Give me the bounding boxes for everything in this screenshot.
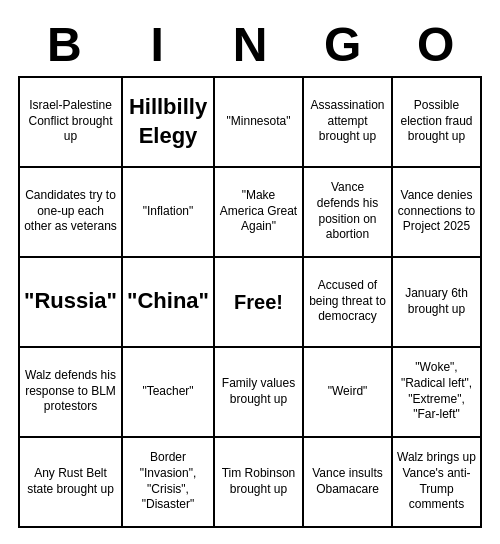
bingo-cell-text-1: Hillbilly Elegy — [127, 93, 209, 150]
bingo-cell-24: Walz brings up Vance's anti-Trump commen… — [393, 438, 482, 528]
bingo-cell-7: "Make America Great Again" — [215, 168, 304, 258]
bingo-cell-text-20: Any Rust Belt state brought up — [24, 466, 117, 497]
bingo-cell-20: Any Rust Belt state brought up — [20, 438, 123, 528]
bingo-cell-14: January 6th brought up — [393, 258, 482, 348]
bingo-cell-text-24: Walz brings up Vance's anti-Trump commen… — [397, 450, 476, 512]
bingo-cell-text-14: January 6th brought up — [397, 286, 476, 317]
bingo-cell-text-6: "Inflation" — [143, 204, 194, 220]
bingo-cell-18: "Weird" — [304, 348, 393, 438]
bingo-cell-text-15: Walz defends his response to BLM protest… — [24, 368, 117, 415]
bingo-cell-text-18: "Weird" — [328, 384, 368, 400]
bingo-grid: Israel-Palestine Conflict brought upHill… — [18, 76, 482, 528]
bingo-title: BINGO — [18, 17, 482, 72]
bingo-cell-text-22: Tim Robinson brought up — [219, 466, 298, 497]
bingo-cell-19: "Woke", "Radical left", "Extreme", "Far-… — [393, 348, 482, 438]
bingo-cell-text-9: Vance denies connections to Project 2025 — [397, 188, 476, 235]
bingo-cell-text-16: "Teacher" — [142, 384, 193, 400]
bingo-cell-text-8: Vance defends his position on abortion — [308, 180, 387, 242]
bingo-cell-text-11: "China" — [127, 287, 209, 316]
bingo-cell-6: "Inflation" — [123, 168, 215, 258]
bingo-cell-text-19: "Woke", "Radical left", "Extreme", "Far-… — [397, 360, 476, 422]
bingo-cell-5: Candidates try to one-up each other as v… — [20, 168, 123, 258]
bingo-cell-9: Vance denies connections to Project 2025 — [393, 168, 482, 258]
bingo-cell-text-10: "Russia" — [24, 287, 117, 316]
bingo-cell-text-7: "Make America Great Again" — [219, 188, 298, 235]
bingo-cell-3: Assassination attempt brought up — [304, 78, 393, 168]
bingo-cell-4: Possible election fraud brought up — [393, 78, 482, 168]
bingo-cell-17: Family values brought up — [215, 348, 304, 438]
bingo-cell-12: Free! — [215, 258, 304, 348]
bingo-letter-I: I — [113, 17, 201, 72]
bingo-cell-text-3: Assassination attempt brought up — [308, 98, 387, 145]
bingo-cell-0: Israel-Palestine Conflict brought up — [20, 78, 123, 168]
bingo-cell-text-17: Family values brought up — [219, 376, 298, 407]
bingo-cell-15: Walz defends his response to BLM protest… — [20, 348, 123, 438]
bingo-letter-O: O — [392, 17, 480, 72]
bingo-cell-22: Tim Robinson brought up — [215, 438, 304, 528]
bingo-cell-text-23: Vance insults Obamacare — [308, 466, 387, 497]
bingo-letter-G: G — [299, 17, 387, 72]
bingo-cell-text-21: Border "Invasion", "Crisis", "Disaster" — [127, 450, 209, 512]
bingo-cell-text-2: "Minnesota" — [227, 114, 291, 130]
bingo-cell-11: "China" — [123, 258, 215, 348]
bingo-cell-13: Accused of being threat to democracy — [304, 258, 393, 348]
bingo-cell-text-13: Accused of being threat to democracy — [308, 278, 387, 325]
bingo-cell-text-5: Candidates try to one-up each other as v… — [24, 188, 117, 235]
bingo-cell-8: Vance defends his position on abortion — [304, 168, 393, 258]
bingo-letter-B: B — [20, 17, 108, 72]
bingo-cell-16: "Teacher" — [123, 348, 215, 438]
bingo-letter-N: N — [206, 17, 294, 72]
bingo-cell-text-0: Israel-Palestine Conflict brought up — [24, 98, 117, 145]
bingo-cell-21: Border "Invasion", "Crisis", "Disaster" — [123, 438, 215, 528]
bingo-cell-text-4: Possible election fraud brought up — [397, 98, 476, 145]
bingo-cell-1: Hillbilly Elegy — [123, 78, 215, 168]
bingo-cell-23: Vance insults Obamacare — [304, 438, 393, 528]
bingo-cell-2: "Minnesota" — [215, 78, 304, 168]
bingo-cell-10: "Russia" — [20, 258, 123, 348]
bingo-cell-text-12: Free! — [234, 289, 283, 315]
bingo-card: BINGO Israel-Palestine Conflict brought … — [10, 9, 490, 536]
